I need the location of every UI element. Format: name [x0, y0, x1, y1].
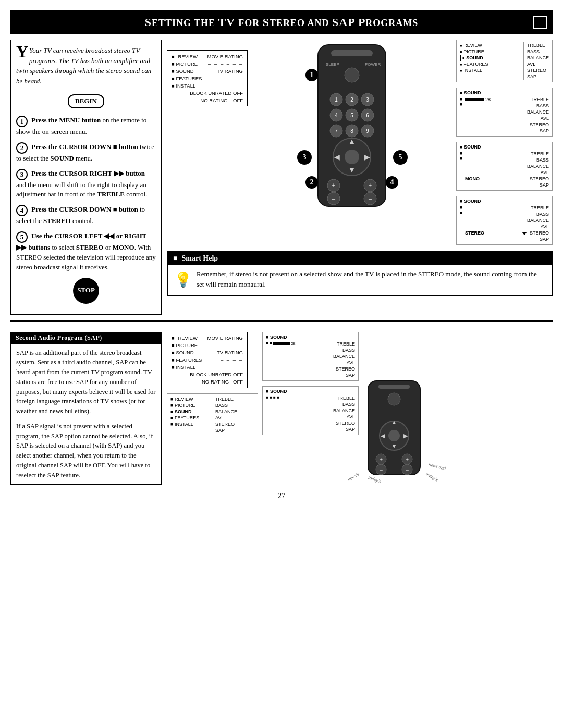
svg-text:8: 8 — [350, 128, 353, 134]
svg-text:▲: ▲ — [391, 419, 397, 425]
bottom-diagrams-area: ■ REVIEW MOVIE RATING ■ PICTURE – – – – … — [167, 332, 553, 485]
mp1-features: ■ FEATURES — [460, 61, 520, 67]
bottom-remote-area: ▲ ▼ ◀ ▶ + + – – news's today's today's — [363, 378, 425, 485]
mp1-sound: ■ SOUND — [460, 55, 520, 61]
bottom-sound-menu: ■ REVIEW ■ PICTURE ■ SOUND ■ FEATURES ■ … — [167, 393, 258, 436]
mp3-header: ■ SOUND — [460, 144, 549, 150]
sap-panel: Second Audio Program (SAP) SAP is an add… — [10, 332, 162, 485]
menu-row-norating: NO RATING OFF — [172, 96, 243, 104]
mp1-install: ■ INSTALL — [460, 67, 520, 73]
remote-svg: SLEEP POWER 1 2 3 — [302, 40, 401, 222]
svg-rect-1 — [331, 50, 373, 56]
menu-row-features: ■ FEATURES – – – – – – — [172, 75, 243, 82]
svg-text:2: 2 — [350, 97, 353, 103]
sap-paragraph-1: SAP is an additional part of the stereo … — [16, 348, 156, 416]
upper-diagrams-row: ■ REVIEW MOVIE RATING ■ PICTURE – – – – … — [167, 40, 553, 245]
svg-text:5: 5 — [350, 113, 353, 118]
svg-rect-38 — [378, 385, 410, 389]
step-overlay-2: 2 — [305, 176, 318, 189]
smart-help-title-text: Smart Help — [181, 254, 218, 263]
initial-menu-screen: ■ REVIEW MOVIE RATING ■ PICTURE – – – – … — [167, 50, 248, 106]
smart-help-title: ■ Smart Help — [168, 252, 552, 265]
page-title: SETTING THE TV FOR STEREO AND SAP PROGRA… — [10, 10, 553, 34]
smart-help-section: ■ Smart Help 💡 Remember, if stereo is no… — [167, 251, 553, 296]
menu-row-install: ■ INSTALL — [172, 82, 243, 89]
svg-text:6: 6 — [366, 113, 369, 118]
bottom-right-menus: ■ SOUND ■ ■ 28 TREBLE BASS — [262, 332, 359, 435]
svg-text:+: + — [380, 456, 383, 462]
svg-text:▼: ▼ — [348, 166, 356, 174]
bottom-section: Second Audio Program (SAP) SAP is an add… — [10, 332, 553, 485]
svg-point-24 — [345, 150, 359, 164]
page-number: 27 — [10, 492, 553, 500]
svg-text:▶: ▶ — [403, 433, 408, 439]
bulb-icon: 💡 — [174, 269, 192, 291]
svg-text:–: – — [332, 195, 336, 202]
sap-title: Second Audio Program (SAP) — [10, 332, 162, 344]
remote-area: SLEEP POWER 1 2 3 — [252, 40, 452, 224]
stop-badge: STOP — [73, 278, 99, 304]
svg-text:◀: ◀ — [381, 433, 385, 439]
bottom-remote-svg: ▲ ▼ ◀ ▶ + + – – — [363, 378, 425, 483]
mp4-header: ■ SOUND — [460, 199, 549, 204]
mp2-header: ■ SOUND — [460, 90, 549, 95]
step-2: 2 Press the CURSOR DOWN ■ button twice t… — [16, 142, 156, 164]
page-container: SETTING THE TV FOR STEREO AND SAP PROGRA… — [10, 10, 553, 500]
initial-menu-area: ■ REVIEW MOVIE RATING ■ PICTURE – – – – … — [167, 40, 248, 106]
svg-text:+: + — [406, 456, 409, 462]
svg-text:+: + — [369, 182, 372, 189]
bottom-treble-menu: ■ SOUND ■ ■ 28 TREBLE BASS — [262, 332, 359, 381]
intro-text: Your TV can receive broadcast stereo TV … — [16, 46, 151, 85]
diagrams-section: ■ REVIEW MOVIE RATING ■ PICTURE – – – – … — [167, 40, 553, 315]
svg-text:POWER: POWER — [365, 62, 381, 67]
svg-text:–: – — [379, 466, 383, 473]
sap-paragraph-2: If a SAP signal is not present with a se… — [16, 422, 156, 480]
title-text: SETTING THE TV FOR STEREO AND SAP PROGRA… — [145, 16, 419, 29]
svg-point-41 — [388, 430, 400, 441]
menu-panel-4: ■ SOUND ■■ TREBLE BASS BALANCE AVL STERE… — [456, 196, 553, 245]
news2-text: news and — [429, 462, 447, 471]
mp1-picture: ■ PICTURE — [460, 48, 520, 55]
bottom-initial-menu: ■ REVIEW MOVIE RATING ■ PICTURE – – – – … — [167, 332, 248, 388]
svg-text:▼: ▼ — [391, 443, 397, 449]
svg-point-4 — [345, 68, 359, 82]
svg-text:4: 4 — [335, 113, 338, 118]
step-5: 5 Use the CURSOR LEFT ◀◀ or RIGHT ▶▶ but… — [16, 231, 156, 273]
menu-panel-3: ■ SOUND ■■ TREBLE BASS BALANCE AVL MONO … — [456, 142, 553, 191]
sap-content: SAP is an additional part of the stereo … — [10, 344, 162, 485]
step-overlay-5: 5 — [393, 150, 408, 165]
svg-text:7: 7 — [335, 128, 338, 134]
smart-help-body: 💡 Remember, if stereo is not present on … — [168, 265, 552, 295]
corner-decoration — [533, 16, 547, 29]
svg-text:+: + — [332, 182, 336, 189]
menu-row-picture: ■ PICTURE – – – – – – — [172, 60, 243, 67]
svg-text:9: 9 — [366, 128, 369, 134]
steps-panel: YYour TV can receive broadcast stereo TV… — [10, 40, 162, 315]
svg-text:1: 1 — [335, 97, 338, 103]
section-divider — [10, 320, 553, 322]
step-1: 1 Press the MENU button on the remote to… — [16, 116, 156, 137]
smart-help-text: Remember, if stereo is not present on a … — [197, 269, 545, 289]
todays2-text: today's — [425, 472, 439, 483]
menu-panel-1: ■ REVIEW ■ PICTURE ■ SOUND ■ FEATURES — [456, 40, 553, 82]
svg-text:–: – — [405, 466, 409, 473]
svg-text:▶: ▶ — [364, 153, 370, 161]
svg-text:▲: ▲ — [348, 138, 356, 145]
menu-panel-2: ■ SOUND ■■ 28 TREBLE — [456, 88, 553, 137]
mp1-review: ■ REVIEW — [460, 42, 520, 48]
step-3: 3 Press the CURSOR RIGHT ▶▶ button and t… — [16, 169, 156, 200]
begin-badge: BEGIN — [68, 94, 104, 108]
svg-text:SLEEP: SLEEP — [326, 62, 339, 67]
bottom-sap-menu: ■ SOUND ■ ■ ■ ■ TREBLE BASS BALANCE AVL … — [262, 386, 359, 435]
remote-illustration: SLEEP POWER 1 2 3 — [302, 40, 401, 224]
top-section: YYour TV can receive broadcast stereo TV… — [10, 40, 553, 315]
right-menus-stack: ■ REVIEW ■ PICTURE ■ SOUND ■ FEATURES — [456, 40, 553, 245]
svg-text:3: 3 — [366, 97, 369, 103]
svg-text:◀: ◀ — [334, 153, 340, 161]
step-overlay-4: 4 — [386, 176, 398, 189]
step-overlay-1: 1 — [305, 69, 318, 81]
svg-point-39 — [388, 393, 400, 405]
bottom-menus-col: ■ REVIEW MOVIE RATING ■ PICTURE – – – – … — [167, 332, 258, 436]
step-overlay-3: 3 — [297, 150, 312, 165]
arrow-down-icon — [522, 232, 527, 235]
